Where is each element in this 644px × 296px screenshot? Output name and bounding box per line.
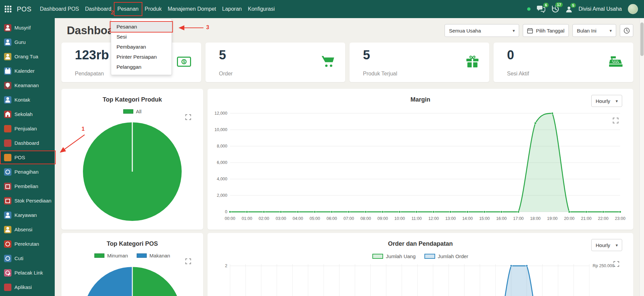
apps-grid-icon[interactable]	[5, 6, 11, 12]
navbar-menu-item[interactable]: Konfigurasi	[245, 3, 278, 15]
users-button[interactable]: 5	[565, 6, 572, 13]
sidebar-item[interactable]: Dashboard	[0, 136, 55, 150]
svg-text:Rp 250.000: Rp 250.000	[593, 263, 614, 268]
messages-button[interactable]: 6	[537, 5, 545, 13]
sidebar-item[interactable]: Kalender	[0, 64, 55, 78]
dropdown-item[interactable]: Pembayaran	[111, 42, 172, 52]
legend-item[interactable]: Makanan	[137, 253, 170, 258]
circle-icon	[4, 255, 11, 262]
sidebar-item[interactable]: Pelacak Link	[0, 265, 55, 280]
sidebar-item-label: Orang Tua	[14, 54, 38, 59]
sidebar-item-label: Perekrutan	[14, 241, 39, 247]
svg-text:23:00: 23:00	[615, 216, 625, 221]
sidebar-item[interactable]: Absensi	[0, 222, 55, 237]
sidebar-item[interactable]: Pembelian	[0, 179, 55, 193]
stat-label: Order	[219, 71, 336, 77]
sidebar-item[interactable]: Karyawan	[0, 208, 55, 222]
period-select[interactable]: Bulan Ini▾	[572, 24, 616, 37]
sidebar-item[interactable]: Aplikasi	[0, 280, 55, 294]
chart-title: Order dan Pendapatan	[208, 240, 633, 247]
business-select[interactable]: Semua Usaha▾	[445, 24, 519, 37]
top-kategori-produk-card: Top Kategori Produk All	[61, 89, 203, 230]
legend-item[interactable]: Jumlah Order	[424, 253, 468, 259]
svg-text:2: 2	[225, 263, 227, 268]
navbar-menu-item[interactable]: Dashboard	[82, 3, 114, 15]
clock-icon	[624, 27, 630, 34]
sidebar-item-label: Kontak	[14, 97, 30, 103]
svg-text:16:00: 16:00	[496, 216, 507, 221]
legend-item[interactable]: All	[123, 109, 142, 114]
svg-text:4,000: 4,000	[217, 177, 227, 181]
grid-icon	[4, 139, 11, 147]
stat-value: 5	[363, 48, 480, 62]
legend-item[interactable]: Minuman	[94, 253, 128, 258]
sidebar-item-label: Dashboard	[14, 140, 39, 146]
cash-register-icon	[608, 56, 623, 69]
legend-swatch	[123, 109, 133, 114]
dropdown-item[interactable]: Printer Persiapan	[111, 52, 172, 62]
svg-text:03:00: 03:00	[276, 216, 286, 221]
navbar-menu-item[interactable]: Manajemen Dompet	[165, 3, 219, 15]
annotation-step-3: 3	[206, 24, 209, 31]
legend-swatch	[137, 253, 147, 258]
history-button[interactable]	[620, 24, 633, 37]
navbar-menu-item[interactable]: Pesanan	[114, 3, 142, 15]
sidebar-item-label: Karyawan	[14, 212, 37, 218]
stat-card: 0 Sesi Aktif	[494, 43, 633, 82]
pie-pos-legend: Minuman Makanan	[61, 253, 203, 258]
user-avatar[interactable]	[628, 4, 638, 14]
annotation-step-2: 2	[111, 10, 114, 16]
svg-text:14:00: 14:00	[462, 216, 473, 221]
activity-button[interactable]: 17	[551, 5, 559, 13]
chevron-down-icon: ▾	[615, 99, 618, 104]
app-brand[interactable]: POS	[17, 5, 32, 13]
dropdown-item[interactable]: Sesi	[111, 32, 172, 42]
dashboard-filters: Semua Usaha▾ Pilih Tanggal Bulan Ini▾	[445, 24, 633, 37]
app-sidebar: Musyrif Guru Orang Tua Kalender Keamanan…	[0, 18, 55, 296]
order-interval-select[interactable]: Hourly▾	[591, 239, 622, 251]
sidebar-item[interactable]: Keamanan	[0, 78, 55, 93]
sidebar-item[interactable]: POS	[0, 150, 55, 165]
top-navbar: POS Dashboard POS Dashboard Pesanan Prod…	[0, 0, 644, 18]
pick-date-button[interactable]: Pilih Tanggal	[523, 24, 569, 37]
chart-title: Top Kategori POS	[61, 240, 203, 247]
sidebar-item[interactable]: Orang Tua	[0, 49, 55, 64]
navbar-menu: Dashboard POS Dashboard Pesanan Produk M…	[37, 3, 278, 15]
sidebar-item[interactable]: Cuti	[0, 251, 55, 265]
sidebar-item[interactable]: Kontak	[0, 93, 55, 107]
expand-icon[interactable]	[185, 258, 191, 265]
svg-text:13:00: 13:00	[445, 216, 456, 221]
order-pendapatan-chart: 01200:0001:0002:0003:0004:0005:0006:0007…	[208, 262, 633, 296]
sidebar-item[interactable]: Sekolah	[0, 107, 55, 121]
svg-text:09:00: 09:00	[377, 216, 388, 221]
svg-text:21:00: 21:00	[581, 216, 591, 221]
margin-interval-select[interactable]: Hourly▾	[591, 95, 622, 107]
svg-text:17:00: 17:00	[513, 216, 523, 221]
expand-icon[interactable]	[185, 114, 191, 121]
svg-text:01:00: 01:00	[242, 216, 252, 221]
legend-item[interactable]: Jumlah Uang	[372, 253, 415, 259]
banknote-icon: $	[177, 57, 191, 68]
sidebar-item[interactable]: Stok Persediaan	[0, 193, 55, 208]
navbar-menu-item[interactable]: Dashboard POS	[37, 3, 82, 15]
sidebar-item[interactable]: Guru	[0, 35, 55, 49]
sidebar-item-label: POS	[14, 155, 25, 160]
sidebar-item[interactable]: Perekrutan	[0, 237, 55, 251]
person-icon	[4, 53, 11, 60]
navbar-menu-item[interactable]: Produk	[142, 3, 165, 15]
sidebar-item[interactable]: Penjualan	[0, 121, 55, 136]
company-switcher[interactable]: Divisi Amal Usaha	[579, 6, 622, 12]
link-icon	[4, 269, 11, 277]
dropdown-item[interactable]: Pelanggan	[111, 62, 172, 72]
online-status-dot	[527, 7, 531, 11]
dropdown-item[interactable]: Pesanan	[111, 22, 172, 32]
gift-icon	[466, 55, 479, 69]
stat-card: 5 Produk Terjual	[350, 43, 489, 82]
sidebar-item[interactable]: Penagihan	[0, 165, 55, 179]
vertical-scrollbar[interactable]	[639, 18, 644, 296]
pie-produk-legend: All	[61, 109, 203, 114]
navbar-menu-item[interactable]: Laporan	[219, 3, 245, 15]
person-icon	[4, 212, 11, 219]
scrollbar-thumb[interactable]	[640, 22, 644, 56]
sidebar-item[interactable]: Musyrif	[0, 20, 55, 35]
